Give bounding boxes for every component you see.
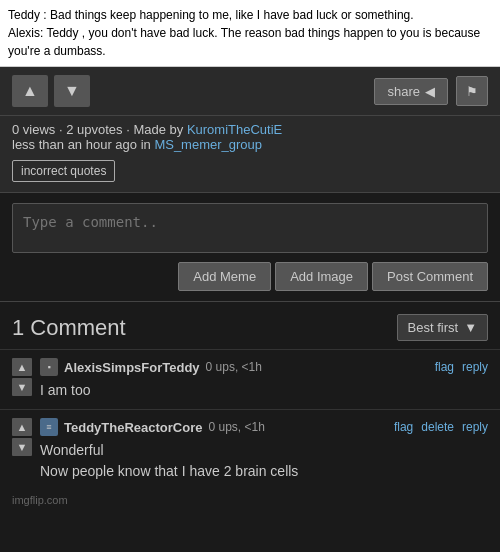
reply-link-2[interactable]: reply <box>462 420 488 434</box>
flag-link-1[interactable]: flag <box>435 360 454 374</box>
comment-upvote-1[interactable]: ▲ <box>12 358 32 376</box>
avatar-2: ≡ <box>40 418 58 436</box>
quote-line2: Alexis: Teddy , you don't have bad luck.… <box>8 24 492 60</box>
comment-votes-2: ▲ ▼ <box>12 418 32 456</box>
action-bar: ▲ ▼ share ◀ ⚑ <box>0 67 500 116</box>
share-icon: ◀ <box>425 84 435 99</box>
comment-meta-1: ▪ AlexisSimpsForTeddy 0 ups, <1h flag re… <box>40 358 488 376</box>
comment-downvote-1[interactable]: ▼ <box>12 378 32 396</box>
comment-text-1: I am too <box>40 380 488 401</box>
flag-button[interactable]: ⚑ <box>456 76 488 106</box>
comment-ups-1: 0 ups, <1h <box>206 360 262 374</box>
comment-votes-1: ▲ ▼ <box>12 358 32 396</box>
comment-body-1: ▪ AlexisSimpsForTeddy 0 ups, <1h flag re… <box>40 358 488 401</box>
comments-title: 1 Comment <box>12 315 126 341</box>
comment-ups-2: 0 ups, <1h <box>208 420 264 434</box>
sort-dropdown[interactable]: Best first ▼ <box>397 314 488 341</box>
comment-links-2: flag delete reply <box>394 420 488 434</box>
vote-buttons: ▲ ▼ <box>12 75 90 107</box>
sort-label: Best first <box>408 320 459 335</box>
comment-item-1: ▲ ▼ ▪ AlexisSimpsForTeddy 0 ups, <1h fla… <box>0 349 500 409</box>
comment-upvote-2[interactable]: ▲ <box>12 418 32 436</box>
comment-body-2: ≡ TeddyTheReactorCore 0 ups, <1h flag de… <box>40 418 488 482</box>
flag-icon: ⚑ <box>466 84 478 99</box>
post-comment-button[interactable]: Post Comment <box>372 262 488 291</box>
reply-link-1[interactable]: reply <box>462 360 488 374</box>
flag-link-2[interactable]: flag <box>394 420 413 434</box>
add-meme-button[interactable]: Add Meme <box>178 262 271 291</box>
sort-arrow-icon: ▼ <box>464 320 477 335</box>
comment-input-area: Add Meme Add Image Post Comment <box>0 193 500 302</box>
comment-item-2: ▲ ▼ ≡ TeddyTheReactorCore 0 ups, <1h fla… <box>0 409 500 490</box>
comment-textarea[interactable] <box>12 203 488 253</box>
comment-downvote-2[interactable]: ▼ <box>12 438 32 456</box>
comment-username-1: AlexisSimpsForTeddy <box>64 360 200 375</box>
add-image-button[interactable]: Add Image <box>275 262 368 291</box>
comments-header: 1 Comment Best first ▼ <box>0 302 500 349</box>
comment-text-2: WonderfulNow people know that I have 2 b… <box>40 440 488 482</box>
author-link[interactable]: KuromiTheCutiE <box>187 122 282 137</box>
views-count: 0 views <box>12 122 55 137</box>
avatar-1: ▪ <box>40 358 58 376</box>
imgflip-footer: imgflip.com <box>0 490 500 510</box>
meta-info: 0 views · 2 upvotes · Made by KuromiTheC… <box>0 116 500 193</box>
comment-meta-2: ≡ TeddyTheReactorCore 0 ups, <1h flag de… <box>40 418 488 436</box>
time-prefix: less than an hour ago in <box>12 137 154 152</box>
group-link[interactable]: MS_memer_group <box>154 137 262 152</box>
share-label: share <box>387 84 420 99</box>
footer-site: imgflip.com <box>12 494 68 506</box>
quote-line1: Teddy : Bad things keep happening to me,… <box>8 6 492 24</box>
action-right: share ◀ ⚑ <box>374 76 488 106</box>
share-button[interactable]: share ◀ <box>374 78 448 105</box>
comment-links-1: flag reply <box>435 360 488 374</box>
upvotes-count: 2 upvotes <box>66 122 122 137</box>
comment-username-2: TeddyTheReactorCore <box>64 420 202 435</box>
downvote-button[interactable]: ▼ <box>54 75 90 107</box>
delete-link-2[interactable]: delete <box>421 420 454 434</box>
upvote-button[interactable]: ▲ <box>12 75 48 107</box>
tag-button[interactable]: incorrect quotes <box>12 160 115 182</box>
quote-image: Teddy : Bad things keep happening to me,… <box>0 0 500 67</box>
comment-actions: Add Meme Add Image Post Comment <box>12 262 488 291</box>
